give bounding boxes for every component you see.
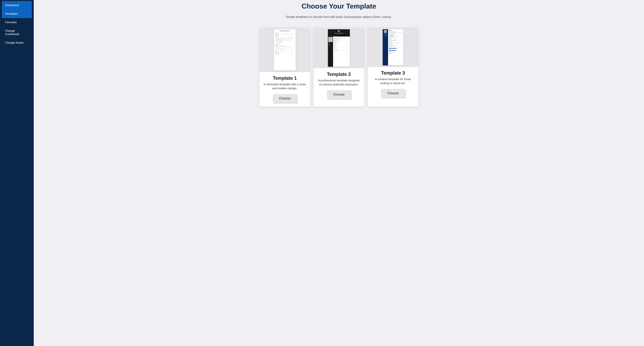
- mock1-section: EDUCATION: [275, 45, 294, 45]
- sidebar: Dashboard Templates Favorites Change Cre…: [0, 0, 34, 346]
- mock3-section: Certifications: [389, 44, 402, 45]
- mock3-section: Skills: [389, 47, 402, 48]
- choose-button-2[interactable]: Choose: [327, 90, 351, 99]
- mock3-section: Languages: [389, 49, 402, 50]
- template-grid: JENNIFER WATSON USER EXPERIENCE DESIGNER…: [39, 28, 639, 107]
- template-card-3: Alex Johnson Full Stack Developer ✉ alex…: [368, 28, 418, 107]
- resume-mock-1: JENNIFER WATSON USER EXPERIENCE DESIGNER…: [274, 29, 296, 71]
- mock2-role: Full Stack Developer: [328, 34, 349, 34]
- template-title-2: Template 2: [327, 72, 351, 77]
- choose-button-1[interactable]: Choose: [273, 94, 297, 103]
- mock3-section: Professional Summary: [389, 31, 402, 32]
- mock2-section: Education: [334, 45, 349, 45]
- mock2-section: Professional Experience: [334, 40, 349, 40]
- template-preview-1: JENNIFER WATSON USER EXPERIENCE DESIGNER…: [260, 28, 310, 72]
- template-description-3: A creative template for those looking to…: [371, 77, 414, 85]
- mock2-section: Certifications: [334, 49, 349, 50]
- page-subtitle: Simple templates to choose from with bas…: [39, 15, 639, 19]
- template-preview-2: Abakwe Carrington Obinna Full Stack Deve…: [314, 28, 364, 68]
- mock2-section: Professional Summary: [334, 38, 349, 38]
- choose-button-3[interactable]: Choose: [381, 89, 405, 98]
- mock3-section: Professional Experience: [389, 34, 402, 35]
- template-card-1: JENNIFER WATSON USER EXPERIENCE DESIGNER…: [260, 28, 310, 107]
- mock1-name: JENNIFER WATSON: [275, 30, 294, 31]
- template-title-3: Template 3: [381, 70, 405, 76]
- sidebar-item-change-avatar[interactable]: Change Avatar: [2, 39, 32, 47]
- mock1-section: SKILLS: [275, 51, 294, 52]
- mock1-section: REFERENCES: [275, 53, 294, 53]
- template-card-2: Abakwe Carrington Obinna Full Stack Deve…: [314, 28, 364, 107]
- template-title-1: Template 1: [273, 75, 297, 81]
- mock3-name: Alex Johnson: [383, 33, 388, 34]
- sidebar-item-templates[interactable]: Templates: [2, 10, 32, 18]
- mock3-heading: Resume: [389, 30, 402, 31]
- resume-mock-3: Alex Johnson Full Stack Developer ✉ alex…: [383, 29, 403, 65]
- mock1-role: USER EXPERIENCE DESIGNER: [275, 32, 294, 32]
- mock2-name: Abakwe Carrington Obinna: [328, 33, 349, 34]
- mock3-role: Full Stack Developer: [383, 34, 388, 35]
- resume-mock-2: Abakwe Carrington Obinna Full Stack Deve…: [328, 29, 350, 67]
- mock3-section: Projects: [389, 42, 402, 43]
- sidebar-item-dashboard[interactable]: Dashboard: [2, 1, 32, 10]
- sidebar-item-favorites[interactable]: Favorites: [2, 18, 32, 27]
- mock2-section: Projects: [334, 47, 349, 48]
- avatar-icon: [338, 30, 340, 32]
- page-title: Choose Your Template: [39, 2, 639, 10]
- template-description-1: A minimalist template with a clean and m…: [263, 82, 306, 90]
- mock3-section: Education: [389, 39, 402, 40]
- mock1-section: EXPERIENCES: [275, 36, 294, 36]
- main-content: Choose Your Template Simple templates to…: [34, 0, 644, 346]
- mock1-section: ABOUT ME: [275, 33, 294, 33]
- sidebar-item-change-credentials[interactable]: Change Credentials: [2, 27, 32, 39]
- avatar-icon: [384, 30, 387, 33]
- mock3-section: Interests: [389, 52, 402, 52]
- template-description-2: A professional template designed to impr…: [317, 79, 360, 87]
- template-preview-3: Alex Johnson Full Stack Developer ✉ alex…: [368, 28, 418, 67]
